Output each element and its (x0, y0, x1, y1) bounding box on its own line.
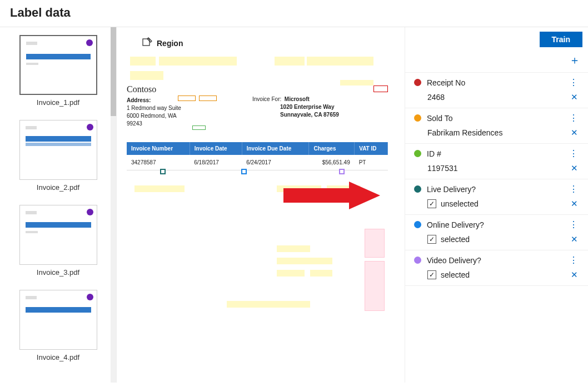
label-handle-blue[interactable] (241, 169, 247, 174)
td-invoice-date: 6/18/2017 (190, 155, 242, 170)
region-icon[interactable] (142, 37, 152, 49)
thumbnail-label: Invoice_1.pdf (19, 95, 97, 110)
status-dot-icon (87, 124, 93, 130)
mini-bar (26, 136, 91, 142)
field-name[interactable]: Video Delivery? (427, 256, 561, 265)
thumbnail-label: Invoice_2.pdf (19, 180, 97, 195)
field-value: Fabrikam Residences (427, 128, 569, 137)
address-label: Address: (127, 97, 151, 103)
field-more-icon[interactable]: ⋮ (567, 184, 580, 194)
highlight (277, 185, 321, 192)
highlight (134, 185, 185, 192)
thumbnail-preview (19, 205, 97, 265)
label-handle-teal[interactable] (160, 169, 166, 174)
field-row: Receipt No⋮2468✕ (405, 73, 588, 108)
field-more-icon[interactable]: ⋮ (567, 113, 580, 123)
field-value: unselected (441, 199, 569, 208)
invoice-to-line: Sunnayvale, CA 87659 (280, 112, 339, 118)
train-row: Train (405, 27, 588, 47)
document-canvas[interactable]: Region Contoso Address: 1 Redmond way Su… (117, 27, 405, 383)
thumbnail-invoice-2[interactable]: Invoice_2.pdf (19, 120, 97, 195)
train-button[interactable]: Train (540, 32, 582, 47)
field-name[interactable]: ID # (427, 149, 561, 158)
label-box-orange[interactable] (178, 96, 196, 101)
clear-value-icon[interactable]: ✕ (569, 199, 580, 209)
thumbnail-invoice-1[interactable]: Invoice_1.pdf (19, 35, 97, 110)
highlight (275, 57, 305, 66)
clear-value-icon[interactable]: ✕ (569, 92, 580, 102)
highlight (307, 57, 373, 66)
page-title: Label data (0, 0, 588, 27)
address-line: 99243 (127, 120, 142, 127)
field-more-icon[interactable]: ⋮ (567, 219, 580, 230)
checkbox-icon: ✓ (427, 235, 436, 244)
invoice-table: Invoice Number Invoice Date Invoice Due … (127, 142, 388, 170)
thumbnail-invoice-3[interactable]: Invoice_3.pdf (19, 205, 97, 280)
thumbnail-invoice-4[interactable]: Invoice_4.pdf (19, 290, 97, 365)
highlight (159, 57, 237, 66)
field-value: 1197531 (427, 164, 569, 173)
field-row: Sold To⋮Fabrikam Residences✕ (405, 108, 588, 144)
field-value: 2468 (427, 93, 569, 102)
field-name[interactable]: Sold To (427, 114, 561, 123)
scrollbar-thumb[interactable] (111, 27, 116, 116)
field-row: Live Delivery?⋮✓unselected✕ (405, 179, 588, 215)
highlight (277, 258, 332, 264)
address-line: 1 Redmond way Suite (127, 105, 181, 111)
field-row: Online Delivery?⋮✓selected✕ (405, 215, 588, 250)
layout: Invoice_1.pdf Invoice_2.pdf Invoice_3.pd… (0, 27, 588, 383)
mini-bar (26, 222, 91, 228)
clear-value-icon[interactable]: ✕ (569, 270, 580, 280)
mini-header (26, 42, 37, 45)
document-preview: Contoso Address: 1 Redmond way Suite 600… (127, 57, 388, 170)
invoice-for-label: Invoice For: (252, 96, 281, 102)
add-field-icon[interactable]: ＋ (569, 53, 580, 68)
mini-bar (26, 307, 91, 313)
thumbnail-label: Invoice_4.pdf (19, 350, 97, 365)
field-name[interactable]: Live Delivery? (427, 185, 561, 194)
label-box-orange[interactable] (199, 96, 217, 101)
mini-bar (26, 143, 91, 146)
clear-value-icon[interactable]: ✕ (569, 163, 580, 173)
selection-region[interactable] (365, 229, 385, 258)
thumbnail-sidebar: Invoice_1.pdf Invoice_2.pdf Invoice_3.pd… (0, 27, 117, 383)
field-value: selected (441, 235, 569, 244)
selection-region[interactable] (365, 261, 385, 311)
th-invoice-date: Invoice Date (190, 142, 242, 155)
clear-value-icon[interactable]: ✕ (569, 128, 580, 138)
field-name[interactable]: Online Delivery? (427, 220, 561, 229)
checkbox-icon: ✓ (427, 270, 436, 279)
highlight (327, 185, 360, 192)
highlight (130, 57, 156, 66)
mini-bar (26, 54, 91, 59)
add-field-row: ＋ (405, 47, 588, 73)
field-value: selected (441, 270, 569, 279)
color-dot-icon (414, 185, 421, 193)
field-more-icon[interactable]: ⋮ (567, 255, 580, 265)
th-vat: VAT ID (355, 142, 388, 155)
label-box-red[interactable] (373, 86, 388, 92)
field-more-icon[interactable]: ⋮ (567, 77, 580, 88)
checkbox-icon: ✓ (427, 199, 436, 208)
status-dot-icon (86, 39, 93, 46)
mini-text (26, 231, 38, 233)
thumbnail-preview (19, 120, 97, 180)
clear-value-icon[interactable]: ✕ (569, 234, 580, 244)
color-dot-icon (414, 114, 421, 122)
invoice-to-line: Microsoft (285, 96, 310, 102)
highlight (277, 270, 305, 277)
invoice-for-block: Invoice For: Microsoft 1020 Enterprise W… (252, 96, 339, 119)
highlight (340, 80, 373, 86)
field-name[interactable]: Receipt No (427, 78, 561, 87)
field-more-icon[interactable]: ⋮ (567, 148, 580, 159)
region-label: Region (157, 39, 183, 48)
highlight (227, 301, 310, 308)
label-handle-violet[interactable] (339, 169, 345, 174)
thumbnail-label: Invoice_3.pdf (19, 265, 97, 280)
invoice-to-line: 1020 Enterprise Way (280, 104, 334, 110)
mini-text (26, 63, 38, 65)
status-dot-icon (87, 209, 93, 215)
label-box-green[interactable] (192, 125, 206, 130)
color-dot-icon (414, 79, 421, 86)
mini-header (26, 126, 37, 129)
